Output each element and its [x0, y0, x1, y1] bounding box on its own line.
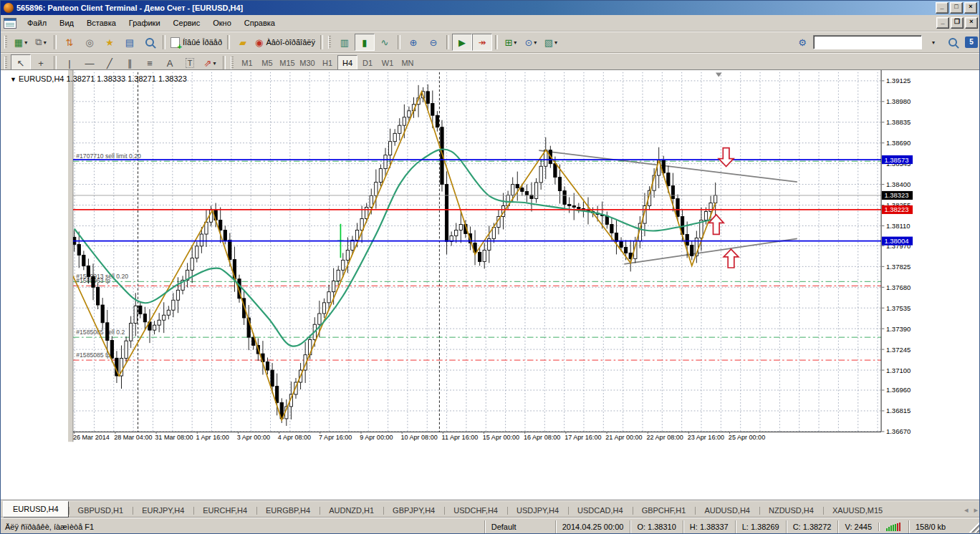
search-button[interactable]: [943, 34, 963, 51]
chart-tab[interactable]: GBPUSD,H1: [69, 504, 133, 518]
menu-item[interactable]: Файл: [21, 15, 53, 31]
chevron-down-icon: ▾: [554, 39, 557, 46]
timeframe-button[interactable]: H1: [317, 55, 337, 71]
zoom-out-button[interactable]: ⊖: [423, 34, 443, 51]
connection-signal-icon: [878, 523, 908, 531]
chart-tab[interactable]: USDJPY,H4: [507, 504, 568, 518]
auto-scroll-button[interactable]: ▶: [452, 34, 472, 51]
chart-tab[interactable]: AUDUSD,H4: [695, 504, 759, 518]
symbol-search-combobox[interactable]: [813, 35, 922, 49]
menu-item[interactable]: Окно: [206, 15, 238, 31]
chart-shift-button[interactable]: ↠: [472, 34, 492, 51]
child-close-button[interactable]: ×: [965, 17, 978, 29]
toolbar-grip[interactable]: [231, 57, 234, 69]
chart-tab[interactable]: GBPJPY,H4: [383, 504, 444, 518]
svg-text:3 Apr 00:00: 3 Apr 00:00: [237, 434, 270, 441]
chart-area[interactable]: #1707710 sell limit 0.20#1589913 sell 0.…: [1, 69, 980, 501]
periods-button[interactable]: ⊙▾: [521, 34, 541, 51]
chart-tabbar: EURUSD,H4GBPUSD,H1EURJPY,H4EURCHF,H4EURG…: [1, 500, 980, 518]
toolbar-grip[interactable]: [4, 36, 7, 49]
collapse-triangle-icon[interactable]: ▼: [10, 76, 16, 83]
app-icon: [4, 3, 14, 13]
timeframe-button[interactable]: M5: [257, 55, 277, 71]
menubar: ФайлВидВставкаГрафикиСервисОкноСправка _…: [1, 15, 979, 31]
menu-item[interactable]: Графики: [123, 15, 167, 31]
svg-text:11 Apr 16:00: 11 Apr 16:00: [442, 434, 479, 441]
line-chart-button[interactable]: ∿: [375, 34, 395, 51]
chart-tab[interactable]: EURCHF,H4: [193, 504, 256, 518]
chart-tab[interactable]: AUDNZD,H1: [320, 504, 383, 518]
chart-tab[interactable]: NZDUSD,H4: [759, 504, 823, 518]
titlebar[interactable]: 565896: Panteon Client Terminal - Демо С…: [1, 1, 979, 15]
chart-tab[interactable]: USDCAD,H4: [568, 504, 633, 518]
svg-text:1.38835: 1.38835: [886, 118, 911, 126]
child-restore-button[interactable]: ❐: [951, 17, 964, 29]
price-chart[interactable]: #1707710 sell limit 0.20#1589913 sell 0.…: [1, 70, 980, 501]
strategy-tester-button[interactable]: [140, 34, 160, 51]
svg-text:1.36670: 1.36670: [886, 427, 911, 435]
svg-text:23 Apr 16:00: 23 Apr 16:00: [688, 434, 724, 441]
tab-scroll-right-button[interactable]: ▸: [971, 505, 980, 515]
indicators-button[interactable]: ⊞▾: [501, 34, 521, 51]
chart-tab[interactable]: USDCHF,H4: [444, 504, 507, 518]
tab-scroll-left-button[interactable]: ◂: [961, 505, 971, 515]
data-window-button[interactable]: ◎: [80, 34, 100, 51]
chart-tab[interactable]: GBPCHF,H1: [633, 504, 696, 518]
menu-item[interactable]: Сервис: [167, 15, 207, 31]
svg-text:31 Mar 08:00: 31 Mar 08:00: [155, 434, 193, 441]
clock-icon: ⊙: [524, 37, 532, 48]
timeframe-button[interactable]: M30: [297, 55, 317, 71]
toolbar-grip[interactable]: [4, 57, 7, 69]
bar-chart-button[interactable]: ▥: [335, 34, 355, 51]
maximize-button[interactable]: □: [950, 2, 963, 14]
bar-chart-icon: ▥: [340, 37, 349, 48]
svg-text:25 Apr 00:00: 25 Apr 00:00: [729, 434, 765, 441]
timeframe-button[interactable]: M1: [237, 55, 257, 71]
zoom-in-button[interactable]: ⊕: [403, 34, 423, 51]
toolbar-grip[interactable]: [328, 36, 331, 49]
svg-text:1.38690: 1.38690: [886, 139, 911, 147]
svg-text:22 Apr 08:00: 22 Apr 08:00: [647, 434, 683, 441]
terminal-button[interactable]: ▤: [120, 34, 140, 51]
chart-tab[interactable]: EURUSD,H4: [3, 501, 69, 518]
status-help-text: Äëÿ ñïðàâêè, íàæìèòå F1: [1, 520, 484, 533]
new-chart-button[interactable]: ▦▾: [11, 34, 31, 51]
search-input[interactable]: [814, 36, 924, 50]
timeframe-button[interactable]: D1: [357, 55, 378, 71]
notifications-badge[interactable]: 5: [965, 37, 978, 48]
metaeditor-button[interactable]: ▰: [233, 34, 253, 51]
market-watch-button[interactable]: ⇅: [59, 34, 80, 51]
timeframe-button[interactable]: W1: [378, 55, 398, 71]
minimize-button[interactable]: _: [936, 2, 948, 14]
child-minimize-button[interactable]: _: [936, 17, 949, 29]
tester-magnifier-icon: [145, 38, 154, 47]
menu-item[interactable]: Справка: [238, 15, 282, 31]
chart-tab[interactable]: EURGBP,H4: [256, 504, 320, 518]
svg-text:17 Apr 16:00: 17 Apr 16:00: [565, 434, 601, 441]
status-profile[interactable]: Default: [484, 520, 555, 533]
chevron-down-icon: ▾: [534, 39, 537, 46]
menu-item[interactable]: Вид: [53, 15, 80, 31]
menu-item[interactable]: Вставка: [80, 15, 123, 31]
templates-button[interactable]: ▧▾: [541, 34, 561, 51]
svg-text:4 Apr 08:00: 4 Apr 08:00: [278, 434, 311, 441]
chart-tab[interactable]: XAUUSD,M15: [823, 504, 892, 518]
profiles-button[interactable]: ⧉▾: [31, 34, 51, 51]
svg-text:1.36815: 1.36815: [886, 407, 911, 414]
indicators-icon: ⊞: [504, 37, 512, 48]
timeframe-button[interactable]: MN: [398, 55, 418, 71]
resize-grip[interactable]: [969, 521, 980, 533]
close-button[interactable]: ×: [964, 2, 977, 14]
timeframe-button[interactable]: H4: [337, 55, 357, 71]
statusbar: Äëÿ ñïðàâêè, íàæìèòå F1 Default 2014.04.…: [1, 518, 980, 534]
candlestick-chart-button[interactable]: ▮: [355, 34, 375, 51]
settings-button[interactable]: ⚙: [792, 34, 812, 51]
cursor-icon: ↖: [17, 58, 25, 69]
svg-text:1.37680: 1.37680: [886, 283, 911, 291]
chart-tab[interactable]: EURJPY,H4: [133, 504, 193, 518]
new-order-button[interactable]: Íîâûé Îðäåð: [168, 34, 224, 51]
autotrading-button[interactable]: ◉Àâòî-òîðãîâëÿ: [253, 34, 317, 51]
navigator-button[interactable]: ★: [100, 34, 120, 51]
combo-dropdown-button[interactable]: ▾: [923, 35, 943, 49]
timeframe-button[interactable]: M15: [277, 55, 297, 71]
